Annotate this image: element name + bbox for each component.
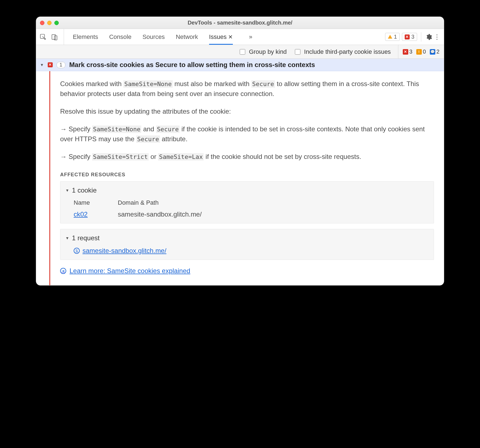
errors-count: 3 — [411, 34, 414, 40]
include-third-party-input[interactable] — [295, 49, 300, 55]
cookie-domain-value: samesite-sandbox.glitch.me/ — [118, 209, 429, 219]
request-link[interactable]: ⇅ samesite-sandbox.glitch.me/ — [74, 246, 429, 256]
info-chip-icon: 💬 — [430, 49, 435, 55]
tab-elements[interactable]: Elements — [73, 29, 98, 45]
warning-chip-icon: ! — [416, 49, 422, 55]
col-name: Name — [74, 198, 118, 207]
issue-header[interactable]: ▼ ✕ 1 Mark cross-site cookies as Secure … — [36, 59, 444, 71]
expand-icon[interactable]: ▼ — [65, 188, 69, 193]
affected-resources-heading: Affected Resources — [60, 171, 434, 178]
issue-body: Cookies marked with SameSite=None must a… — [36, 71, 444, 285]
issues-filter-bar: Group by kind Include third-party cookie… — [36, 45, 444, 59]
error-count-chip[interactable]: ✕ 3 — [403, 49, 412, 55]
errors-pill[interactable]: ✕ 3 — [402, 33, 417, 41]
issue-count-badge: 1 — [57, 62, 65, 68]
issue-bullet-1: → Specify SameSite=None and Secure if th… — [60, 124, 434, 144]
issue-bullet-2: → Specify SameSite=Strict or SameSite=La… — [60, 152, 434, 162]
group-by-kind-input[interactable] — [240, 49, 245, 55]
warnings-count: 1 — [394, 34, 397, 40]
affected-cookies-block: ▼ 1 cookie Name Domain & Path ck02 sames… — [60, 181, 434, 223]
tab-console[interactable]: Console — [109, 29, 132, 45]
svg-rect-1 — [52, 34, 55, 39]
include-third-party-label: Include third-party cookie issues — [304, 48, 391, 55]
info-chip-count: 2 — [436, 49, 439, 55]
tab-sources[interactable]: Sources — [142, 29, 165, 45]
more-menu-icon[interactable]: ⋮ — [433, 33, 441, 41]
device-toggle-icon[interactable] — [51, 33, 58, 41]
bullet-arrow-icon: → — [60, 124, 67, 134]
close-tab-icon[interactable]: ✕ — [228, 34, 233, 40]
error-icon: ✕ — [405, 34, 410, 39]
warning-count-chip[interactable]: ! 0 — [416, 49, 426, 55]
affected-requests-block: ▼ 1 request ⇅ samesite-sandbox.glitch.me… — [60, 229, 434, 260]
info-count-chip[interactable]: 💬 2 — [430, 49, 439, 55]
error-chip-icon: ✕ — [403, 49, 408, 55]
cookie-summary-label: 1 cookie — [72, 185, 97, 195]
group-by-kind-label: Group by kind — [249, 48, 287, 55]
learn-more-link[interactable]: ➔ Learn more: SameSite cookies explained — [60, 266, 434, 276]
window-titlebar: DevTools - samesite-sandbox.glitch.me/ — [36, 17, 444, 29]
issue-severity-icon: ✕ — [48, 62, 53, 67]
inspect-icon[interactable] — [39, 33, 47, 41]
issue-description-p2: Resolve this issue by updating the attri… — [60, 106, 434, 116]
warning-chip-count: 0 — [423, 49, 426, 55]
code-samesite-none: SameSite=None — [123, 80, 172, 88]
issue-description-p1: Cookies marked with SameSite=None must a… — [60, 79, 434, 99]
more-tabs-icon[interactable]: » — [249, 33, 252, 41]
cookie-name-link[interactable]: ck02 — [74, 210, 88, 218]
tab-issues[interactable]: Issues ✕ — [209, 29, 233, 45]
request-summary-label: 1 request — [72, 233, 100, 243]
issue-title: Mark cross-site cookies as Secure to all… — [69, 61, 315, 69]
learn-more-icon: ➔ — [60, 268, 66, 274]
cookie-summary-row[interactable]: ▼ 1 cookie — [65, 185, 429, 195]
request-icon: ⇅ — [74, 248, 80, 254]
main-tabbar: Elements Console Sources Network Issues … — [36, 29, 444, 45]
tab-issues-label: Issues — [209, 33, 227, 41]
warning-icon — [388, 34, 392, 40]
cookie-table: Name Domain & Path ck02 samesite-sandbox… — [74, 198, 429, 219]
settings-gear-icon[interactable] — [425, 33, 432, 41]
learn-more-text: Learn more: SameSite cookies explained — [70, 266, 190, 276]
devtools-window: DevTools - samesite-sandbox.glitch.me/ E… — [36, 17, 444, 286]
tab-network[interactable]: Network — [176, 29, 198, 45]
group-by-kind-checkbox[interactable]: Group by kind — [239, 48, 287, 55]
error-chip-count: 3 — [409, 49, 412, 55]
request-url: samesite-sandbox.glitch.me/ — [82, 246, 166, 256]
expand-icon[interactable]: ▼ — [40, 63, 44, 67]
warnings-pill[interactable]: 1 — [385, 33, 400, 41]
bullet-arrow-icon: → — [60, 152, 67, 162]
window-title: DevTools - samesite-sandbox.glitch.me/ — [36, 20, 444, 26]
code-secure: Secure — [251, 80, 275, 88]
include-third-party-checkbox[interactable]: Include third-party cookie issues — [294, 48, 391, 55]
request-summary-row[interactable]: ▼ 1 request — [65, 233, 429, 243]
expand-icon[interactable]: ▼ — [65, 235, 69, 241]
col-domain: Domain & Path — [118, 198, 429, 207]
